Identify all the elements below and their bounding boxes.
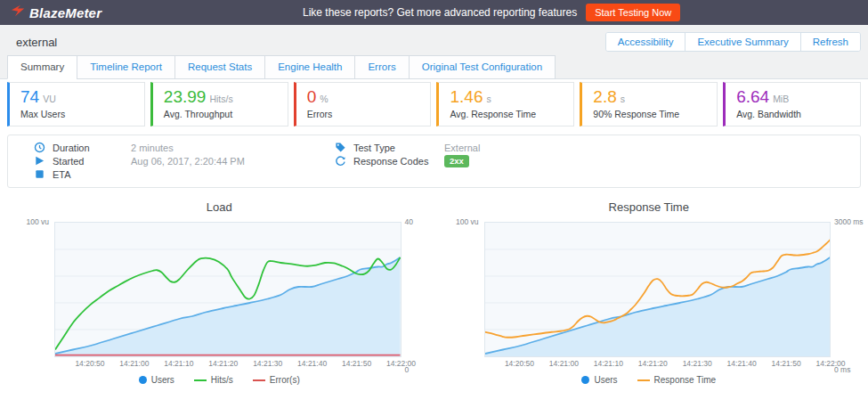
detail-label: Duration — [53, 143, 131, 153]
blazemeter-flame-icon — [11, 4, 25, 20]
test-details-panel: Duration 2 minutes Started Aug 06, 2017,… — [7, 135, 861, 188]
stop-square-icon — [34, 168, 45, 180]
charts-row: Load 100 vu 40 0 14:20:50 14:21:00 14:21… — [7, 200, 861, 385]
blazemeter-logo[interactable]: BlazeMeter — [11, 4, 101, 20]
top-navbar: BlazeMeter Like these reports? Get more … — [0, 0, 868, 25]
detail-label: Test Type — [353, 143, 444, 153]
tab-timeline-report[interactable]: Timeline Report — [77, 55, 175, 79]
kpi-unit: MiB — [773, 94, 789, 104]
load-chart: Load 100 vu 40 0 14:20:50 14:21:00 14:21… — [16, 200, 423, 385]
report-header: external Accessibility Executive Summary… — [0, 25, 868, 79]
tab-engine-health[interactable]: Engine Health — [264, 55, 355, 79]
avg-throughput-card: 23.99Hits/s Avg. Throughput — [150, 82, 288, 126]
response-code-badge[interactable]: 2xx — [444, 155, 469, 167]
promo-banner: Like these reports? Get more advanced re… — [303, 0, 680, 25]
chart-title: Load — [16, 200, 423, 222]
page-title: external — [16, 36, 57, 49]
test-type-row: Test Type External — [321, 141, 848, 154]
start-testing-now-button[interactable]: Start Testing Now — [586, 4, 680, 21]
kpi-unit: VU — [43, 94, 56, 104]
kpi-unit: Hits/s — [209, 94, 232, 104]
load-chart-legend: Users Hits/s Error(s) — [16, 375, 423, 385]
kpi-label: Errors — [307, 109, 420, 119]
report-actions: Accessibility Executive Summary Refresh — [605, 32, 861, 52]
started-row: Started Aug 06, 2017, 2:20:44 PM — [20, 154, 321, 167]
kpi-label: Avg. Response Time — [450, 109, 563, 119]
avg-bandwidth-card: 6.64MiB Avg. Bandwidth — [723, 82, 861, 126]
response-time-chart-legend: Users Response Time — [446, 375, 853, 385]
legend-item-users[interactable]: Users — [139, 375, 174, 385]
errors-card: 0% Errors — [294, 82, 432, 126]
clock-icon — [34, 142, 45, 153]
load-chart-plot — [54, 222, 402, 357]
p90-response-time-card: 2.8s 90% Response Time — [580, 82, 718, 126]
refresh-button[interactable]: Refresh — [800, 33, 860, 51]
tab-summary[interactable]: Summary — [7, 55, 77, 79]
y-axis-label-right-max: 3000 ms — [834, 217, 864, 226]
detail-label: Response Codes — [353, 156, 444, 167]
kpi-value: 0 — [307, 87, 317, 106]
kpi-label: 90% Response Time — [593, 109, 706, 119]
executive-summary-button[interactable]: Executive Summary — [685, 33, 799, 51]
kpi-value: 1.46 — [450, 87, 483, 106]
accessibility-button[interactable]: Accessibility — [606, 33, 685, 51]
legend-item-users[interactable]: Users — [581, 375, 617, 385]
eta-row: ETA — [20, 167, 321, 181]
kpi-label: Avg. Bandwidth — [736, 109, 849, 119]
response-time-chart: Response Time 100 vu 3000 ms 0 ms 14:20:… — [446, 200, 853, 385]
kpi-value: 6.64 — [736, 87, 769, 106]
brand-name: BlazeMeter — [29, 5, 101, 20]
legend-item-hits[interactable]: Hits/s — [194, 375, 233, 385]
detail-value: Aug 06, 2017, 2:20:44 PM — [131, 156, 245, 167]
y-axis-label-left: 100 vu — [26, 217, 49, 226]
response-codes-icon — [335, 155, 346, 167]
detail-label: Started — [53, 156, 131, 167]
report-tabs: Summary Timeline Report Request Stats En… — [0, 55, 868, 78]
tab-request-stats[interactable]: Request Stats — [174, 55, 265, 79]
duration-row: Duration 2 minutes — [20, 141, 321, 154]
legend-marker — [637, 379, 650, 381]
x-axis-ticks: 14:20:50 14:21:00 14:21:10 14:21:20 14:2… — [54, 359, 402, 371]
kpi-value: 23.99 — [164, 87, 207, 106]
legend-marker — [139, 376, 147, 384]
kpi-unit: % — [320, 94, 328, 104]
kpi-value: 74 — [20, 87, 39, 106]
x-axis-ticks: 14:20:50 14:21:00 14:21:10 14:21:20 14:2… — [484, 359, 831, 371]
legend-item-errors[interactable]: Error(s) — [253, 375, 300, 385]
kpi-label: Max Users — [20, 109, 134, 119]
response-codes-row: Response Codes 2xx — [321, 154, 848, 167]
tab-original-test-configuration[interactable]: Original Test Configuration — [409, 55, 556, 79]
kpi-label: Avg. Throughput — [164, 109, 277, 119]
avg-response-time-card: 1.46s Avg. Response Time — [436, 82, 574, 126]
kpi-unit: s — [486, 94, 491, 104]
tag-icon — [335, 142, 346, 153]
legend-marker — [581, 376, 589, 384]
tab-errors[interactable]: Errors — [354, 55, 409, 79]
detail-value: 2 minutes — [131, 143, 174, 153]
response-time-chart-plot — [484, 222, 831, 357]
legend-marker — [253, 379, 265, 381]
kpi-value: 2.8 — [593, 87, 616, 106]
kpi-cards: 74VU Max Users 23.99Hits/s Avg. Throughp… — [7, 82, 861, 126]
detail-value: External — [444, 143, 480, 153]
play-icon — [34, 155, 45, 167]
promo-text: Like these reports? Get more advanced re… — [303, 6, 577, 19]
max-users-card: 74VU Max Users — [7, 82, 145, 126]
legend-marker — [194, 379, 207, 381]
y-axis-label-right-max: 40 — [405, 217, 413, 226]
y-axis-label-left: 100 vu — [456, 217, 479, 226]
kpi-unit: s — [621, 94, 625, 104]
legend-item-response-time[interactable]: Response Time — [637, 375, 716, 385]
detail-label: ETA — [53, 169, 131, 180]
chart-title: Response Time — [446, 200, 853, 222]
